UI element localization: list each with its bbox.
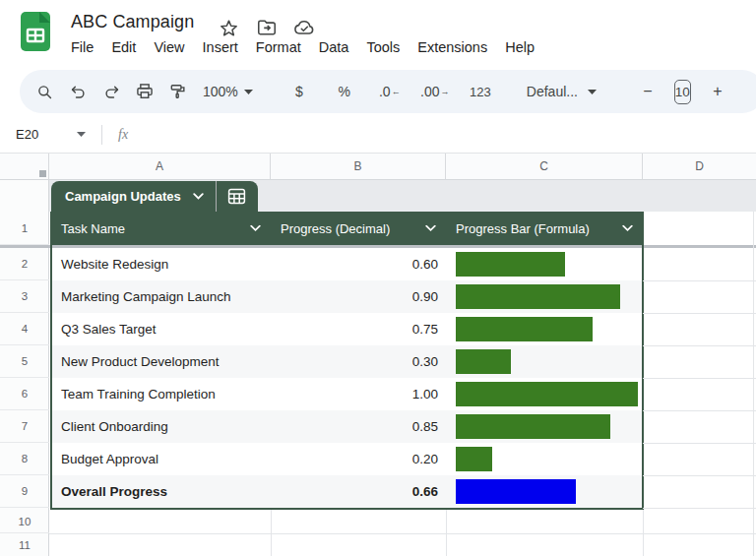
task-name-cell[interactable]: Q3 Sales Target [61, 313, 157, 345]
progress-value-cell[interactable]: 0.66 [412, 475, 438, 508]
font-family-value: Defaul... [527, 84, 578, 99]
progress-value-cell[interactable]: 0.30 [412, 345, 438, 378]
table-bottom-border [50, 508, 644, 510]
increase-font-size-button[interactable]: + [695, 75, 740, 108]
number-format-button[interactable]: 123 [458, 75, 503, 108]
name-box[interactable]: E20 [16, 127, 77, 142]
chevron-down-icon[interactable] [425, 225, 436, 232]
formula-bar-divider [101, 125, 102, 145]
table-icon[interactable] [217, 181, 258, 212]
row-header-3[interactable]: 3 [0, 280, 49, 313]
zoom-select[interactable]: 100% [195, 75, 261, 108]
currency-format-button[interactable]: $ [277, 75, 322, 108]
task-name-cell[interactable]: Budget Approval [61, 443, 158, 475]
task-name-cell[interactable]: New Product Development [61, 345, 220, 378]
row-header-6[interactable]: 6 [0, 378, 49, 410]
menu-tools[interactable]: Tools [357, 39, 409, 55]
progress-bar [456, 479, 576, 504]
progress-bar [456, 284, 620, 309]
fx-icon: fx [118, 127, 128, 143]
row-header-column: 1 2 3 4 5 6 7 8 9 10 11 [0, 180, 49, 556]
progress-bar [456, 414, 610, 439]
chevron-down-icon[interactable] [250, 225, 261, 232]
column-header-a[interactable]: A [49, 154, 271, 180]
table-row[interactable]: Team Training Completion 1.00 [51, 378, 643, 410]
select-all-corner[interactable] [0, 154, 49, 180]
progress-value-cell[interactable]: 0.75 [412, 313, 438, 345]
column-header-b[interactable]: B [271, 154, 446, 180]
percent-format-button[interactable]: % [322, 75, 367, 108]
decrease-decimal-button[interactable]: .0← [367, 75, 412, 108]
menu-view[interactable]: View [145, 39, 193, 55]
column-header-c[interactable]: C [446, 154, 643, 180]
table-name-button[interactable]: Campaign Updates [51, 181, 216, 212]
gridline [271, 510, 272, 556]
menu-help[interactable]: Help [496, 39, 543, 55]
row-header-1[interactable]: 1 [0, 212, 49, 245]
increase-decimal-button[interactable]: .00→ [412, 75, 458, 108]
task-name-cell[interactable]: Website Redesign [61, 248, 168, 280]
gridline [643, 510, 644, 556]
table-row[interactable]: Website Redesign 0.60 [51, 248, 643, 280]
zoom-value: 100% [203, 84, 238, 99]
gridline [49, 533, 756, 534]
task-name-cell[interactable]: Marketing Campaign Launch [61, 280, 231, 313]
table-header-progress-bar[interactable]: Progress Bar (Formula) [446, 212, 643, 245]
table-row[interactable]: Budget Approval 0.20 [51, 443, 643, 475]
font-family-select[interactable]: Defaul... [519, 75, 609, 108]
row-header-9[interactable]: 9 [0, 475, 49, 508]
caret-down-icon[interactable] [77, 132, 86, 137]
column-header-d[interactable]: D [643, 154, 756, 180]
table-left-border [50, 212, 52, 510]
menu-extensions[interactable]: Extensions [409, 39, 496, 55]
spreadsheet-grid[interactable]: 1 2 3 4 5 6 7 8 9 10 11 Campaign Updates [0, 180, 756, 556]
row-header-10[interactable]: 10 [0, 510, 49, 533]
search-icon[interactable] [28, 75, 61, 108]
gridline [643, 313, 756, 314]
gridline [643, 443, 756, 444]
menu-file[interactable]: File [62, 39, 102, 55]
menu-insert[interactable]: Insert [194, 39, 247, 55]
task-name-cell[interactable]: Client Onboarding [61, 410, 168, 443]
table-row[interactable]: Overall Progress 0.66 [51, 475, 643, 508]
progress-value-cell[interactable]: 0.90 [412, 280, 438, 313]
select-all-square [39, 170, 46, 177]
menu-data[interactable]: Data [310, 39, 358, 55]
gridline [643, 475, 756, 476]
caret-down-icon [244, 90, 253, 94]
undo-icon[interactable] [61, 75, 94, 108]
task-name-cell[interactable]: Overall Progress [61, 475, 167, 508]
document-title[interactable]: ABC Campaign [71, 12, 194, 32]
decrease-font-size-button[interactable]: − [625, 75, 670, 108]
table-row[interactable]: Marketing Campaign Launch 0.90 [51, 280, 643, 313]
menu-format[interactable]: Format [247, 39, 310, 55]
table-row[interactable]: Q3 Sales Target 0.75 [51, 313, 643, 345]
table-row[interactable]: New Product Development 0.30 [51, 345, 643, 378]
table-header-task-name[interactable]: Task Name [51, 212, 271, 245]
sheets-logo-icon[interactable] [20, 11, 51, 52]
font-size-input[interactable]: 10 [674, 80, 691, 104]
row-header-5[interactable]: 5 [0, 345, 49, 378]
table-header-progress-decimal[interactable]: Progress (Decimal) [271, 212, 446, 245]
table-name-chip[interactable]: Campaign Updates [51, 181, 258, 212]
print-icon[interactable] [128, 75, 161, 108]
caret-down-icon [588, 90, 597, 94]
progress-value-cell[interactable]: 1.00 [412, 378, 438, 410]
progress-value-cell[interactable]: 0.60 [412, 248, 438, 280]
title-bar: ABC Campaign File Edit View Insert Forma… [0, 0, 756, 69]
task-name-cell[interactable]: Team Training Completion [61, 378, 216, 410]
formula-input[interactable] [128, 116, 756, 153]
menu-edit[interactable]: Edit [102, 39, 145, 55]
row-header-2[interactable]: 2 [0, 248, 49, 280]
row-header-4[interactable]: 4 [0, 313, 49, 345]
progress-value-cell[interactable]: 0.85 [412, 410, 438, 443]
row-header-11[interactable]: 11 [0, 533, 49, 556]
redo-icon[interactable] [94, 75, 128, 108]
table-name-label: Campaign Updates [65, 189, 181, 204]
chevron-down-icon[interactable] [622, 225, 633, 232]
progress-value-cell[interactable]: 0.20 [412, 443, 438, 475]
paint-format-icon[interactable] [161, 75, 195, 108]
table-row[interactable]: Client Onboarding 0.85 [51, 410, 643, 443]
row-header-8[interactable]: 8 [0, 443, 49, 475]
row-header-7[interactable]: 7 [0, 410, 49, 443]
